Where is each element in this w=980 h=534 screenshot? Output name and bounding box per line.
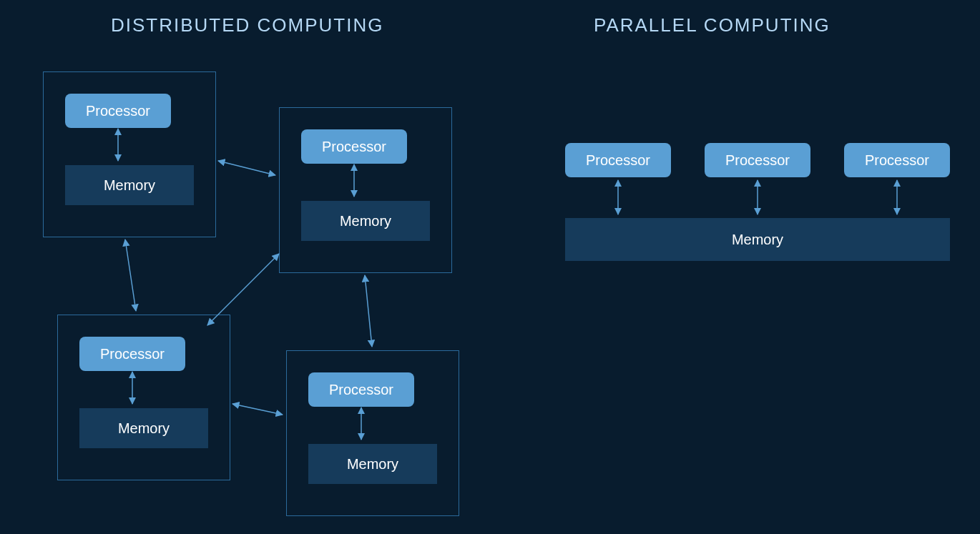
processor-block: Processor: [308, 372, 414, 407]
shared-memory-block: Memory: [565, 218, 950, 261]
parallel-title: PARALLEL COMPUTING: [594, 14, 830, 36]
processor-block: Processor: [844, 143, 950, 177]
distributed-node: Processor Memory: [279, 107, 452, 273]
double-arrow-icon: [125, 239, 136, 311]
distributed-title: DISTRIBUTED COMPUTING: [111, 14, 383, 36]
double-arrow-icon: [365, 275, 372, 347]
memory-block: Memory: [79, 408, 208, 448]
double-arrow-icon: [232, 404, 283, 415]
distributed-node: Processor Memory: [43, 71, 216, 237]
memory-block: Memory: [301, 201, 430, 241]
memory-block: Memory: [65, 165, 194, 205]
processor-block: Processor: [79, 337, 185, 371]
processor-block: Processor: [301, 129, 407, 164]
double-arrow-icon: [218, 161, 275, 175]
memory-block: Memory: [308, 444, 437, 484]
distributed-node: Processor Memory: [57, 315, 230, 480]
processor-block: Processor: [565, 143, 671, 177]
distributed-node: Processor Memory: [286, 350, 459, 516]
processor-block: Processor: [65, 94, 171, 128]
processor-block: Processor: [705, 143, 810, 177]
